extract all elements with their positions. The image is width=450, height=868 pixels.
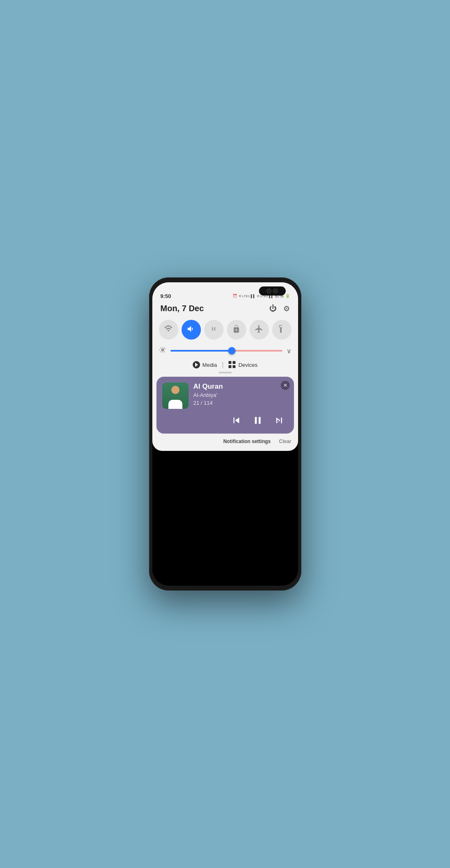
- media-notification-card: ✕ Al Quran Al-Anbiya' 21 / 114: [156, 377, 294, 434]
- status-time: 9:50: [161, 293, 171, 299]
- drag-indicator: [219, 372, 232, 373]
- settings-panel-button[interactable]: ⚙: [283, 304, 290, 313]
- person-head: [171, 386, 180, 394]
- airplane-toggle[interactable]: [249, 320, 269, 340]
- media-button[interactable]: Media: [193, 361, 217, 368]
- notification-footer: Notification settings Clear: [152, 437, 298, 446]
- brightness-slider[interactable]: [170, 350, 282, 352]
- phone-screen: 9:50 ⏰ R LTE1 ▌▌ R LTE2 ▌▌ 67% 🔋 Mon, 7 …: [152, 282, 298, 586]
- signal-text: R LTE1 ▌▌: [239, 294, 255, 298]
- expand-brightness-button[interactable]: ∨: [287, 347, 291, 355]
- notification-clear-button[interactable]: Clear: [279, 439, 291, 444]
- album-art-image: [162, 382, 189, 409]
- devices-label: Devices: [238, 362, 257, 368]
- notification-progress: 21 / 114: [194, 400, 278, 406]
- bluetooth-toggle[interactable]: [204, 320, 224, 340]
- notification-subtitle: Al-Anbiya': [194, 392, 278, 398]
- wifi-icon: [164, 324, 173, 335]
- brightness-row: ∨: [152, 343, 298, 359]
- airplane-icon: [254, 324, 263, 335]
- notification-settings-button[interactable]: Notification settings: [223, 439, 270, 444]
- media-label: Media: [203, 362, 217, 368]
- close-icon: ✕: [283, 382, 287, 388]
- devices-button[interactable]: Devices: [228, 361, 257, 368]
- brightness-icon: [159, 346, 166, 355]
- next-button[interactable]: [272, 413, 287, 428]
- panel-controls: ⏻ ⚙: [269, 304, 290, 313]
- notification-panel: 9:50 ⏰ R LTE1 ▌▌ R LTE2 ▌▌ 67% 🔋 Mon, 7 …: [152, 282, 298, 451]
- notification-top-section: Al Quran Al-Anbiya' 21 / 114: [162, 382, 288, 409]
- person-body: [168, 400, 182, 409]
- previous-button[interactable]: [229, 413, 244, 428]
- phone-device: 9:50 ⏰ R LTE1 ▌▌ R LTE2 ▌▌ 67% 🔋 Mon, 7 …: [149, 277, 301, 591]
- camera-lens-2: [273, 289, 278, 293]
- panel-date: Mon, 7 Dec: [161, 304, 204, 313]
- notification-close-button[interactable]: ✕: [281, 381, 290, 390]
- sound-toggle[interactable]: [182, 320, 201, 340]
- power-panel-button[interactable]: ⏻: [269, 304, 277, 313]
- flashlight-toggle[interactable]: [272, 320, 291, 340]
- sound-icon: [187, 324, 196, 335]
- notification-info: Al Quran Al-Anbiya' 21 / 114: [194, 382, 288, 406]
- screen-lock-icon: [232, 324, 241, 335]
- camera-cutout: [259, 286, 286, 296]
- screen-lock-toggle[interactable]: [227, 320, 246, 340]
- quick-toggles-row: [152, 317, 298, 343]
- album-art: [162, 382, 189, 409]
- pause-button[interactable]: [250, 413, 265, 428]
- camera-lens-1: [266, 289, 271, 293]
- alarm-icon: ⏰: [233, 294, 237, 298]
- wifi-toggle[interactable]: [159, 320, 178, 340]
- battery-icon: 🔋: [285, 294, 290, 298]
- flashlight-icon: [277, 324, 286, 335]
- media-devices-row: Media | Devices: [152, 359, 298, 372]
- notification-title: Al Quran: [194, 382, 278, 391]
- divider: |: [222, 361, 224, 368]
- playback-controls: [162, 413, 288, 428]
- slider-thumb: [228, 347, 235, 354]
- media-play-icon: [193, 361, 200, 368]
- devices-icon: [228, 361, 236, 368]
- bluetooth-icon: [209, 324, 218, 335]
